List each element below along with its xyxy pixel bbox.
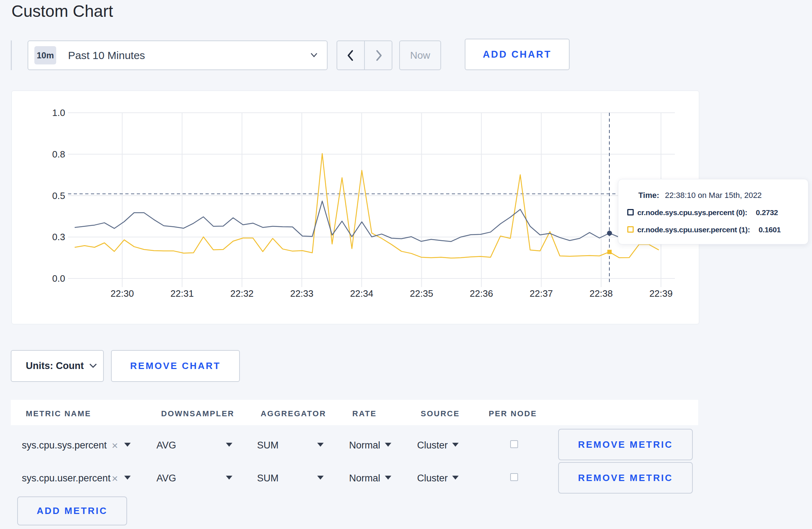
svg-text:22:34: 22:34 [350, 288, 373, 299]
svg-text:22:36: 22:36 [470, 288, 493, 299]
svg-text:22:39: 22:39 [649, 288, 673, 299]
svg-text:0.8: 0.8 [52, 149, 65, 160]
svg-text:22:31: 22:31 [170, 288, 194, 299]
svg-text:22:35: 22:35 [410, 288, 433, 299]
svg-text:0.5: 0.5 [52, 190, 65, 201]
svg-text:1.0: 1.0 [52, 107, 65, 118]
svg-text:22:32: 22:32 [230, 288, 253, 299]
svg-text:22:30: 22:30 [111, 288, 134, 299]
svg-text:22:37: 22:37 [530, 288, 553, 299]
svg-text:0.0: 0.0 [52, 273, 65, 284]
svg-text:0.3: 0.3 [52, 232, 65, 242]
svg-text:22:38: 22:38 [589, 288, 613, 299]
svg-text:22:33: 22:33 [290, 288, 313, 299]
